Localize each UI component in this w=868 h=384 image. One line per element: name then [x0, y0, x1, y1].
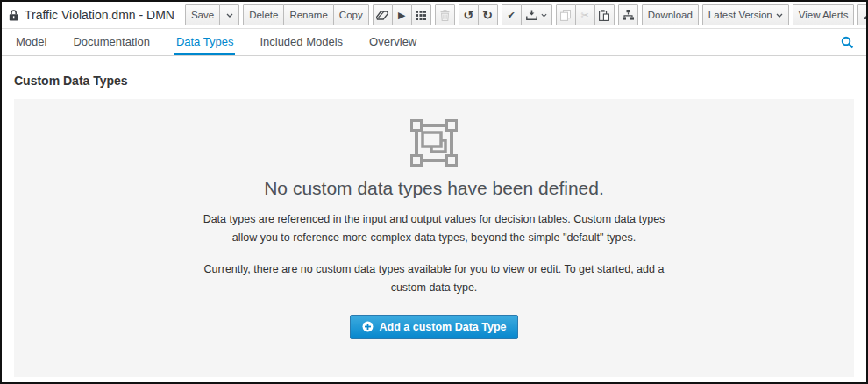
add-custom-data-type-label: Add a custom Data Type	[380, 321, 507, 333]
empty-state-panel: No custom data types have been defined. …	[14, 99, 854, 377]
top-toolbar: Traffic Violation.dmn - DMN Save Delete …	[2, 2, 866, 29]
app-window: Traffic Violation.dmn - DMN Save Delete …	[0, 0, 868, 384]
search-icon[interactable]	[841, 29, 854, 55]
download-button[interactable]: Download	[642, 4, 699, 25]
view-alerts-button[interactable]: View Alerts	[793, 4, 855, 25]
undo-redo-group: ↺ ↻	[459, 4, 498, 25]
grid-button[interactable]	[411, 4, 431, 25]
undo-icon: ↺	[463, 9, 473, 21]
eraser-button[interactable]	[373, 4, 393, 25]
save-split-button: Save	[185, 4, 239, 25]
add-custom-data-type-button[interactable]: Add a custom Data Type	[350, 315, 519, 339]
rename-button[interactable]: Rename	[283, 4, 333, 25]
caret-down-icon	[226, 13, 233, 18]
latest-version-label: Latest Version	[708, 10, 772, 20]
eraser-icon	[376, 11, 388, 20]
sitemap-icon	[623, 10, 634, 20]
tab-model[interactable]: Model	[14, 29, 48, 55]
page-title: Traffic Violation.dmn - DMN	[25, 8, 174, 22]
tab-overview[interactable]: Overview	[367, 29, 418, 55]
trash-button[interactable]	[435, 4, 455, 25]
validate-run-group: ▶	[373, 4, 431, 25]
redo-icon: ↻	[482, 9, 493, 21]
paste-icon	[599, 10, 609, 21]
save-dropdown-toggle[interactable]	[219, 4, 239, 25]
trash-icon	[440, 10, 450, 21]
export-button[interactable]	[521, 4, 552, 25]
empty-state-description-2: Currently, there are no custom data type…	[193, 260, 675, 296]
copy-pages-button[interactable]	[556, 4, 576, 25]
plus-circle-icon	[362, 321, 374, 332]
trash-group	[435, 4, 455, 25]
delete-button[interactable]: Delete	[243, 4, 284, 25]
data-types-page: Custom Data Types No custom data types h…	[2, 56, 866, 382]
empty-state-description-1: Data types are referenced in the input a…	[193, 210, 675, 246]
redo-button[interactable]: ↻	[478, 4, 498, 25]
editor-tabbar: Model Documentation Data Types Included …	[2, 29, 866, 56]
cut-icon: ✂	[581, 11, 589, 20]
tab-data-types[interactable]: Data Types	[174, 29, 236, 55]
validate-export-group: ✔	[502, 4, 552, 25]
latest-version-dropdown[interactable]: Latest Version	[702, 4, 789, 25]
caret-down-icon	[776, 13, 783, 18]
check-icon: ✔	[508, 11, 516, 20]
undo-button[interactable]: ↺	[459, 4, 479, 25]
copy-button[interactable]: Copy	[333, 4, 369, 25]
grid-icon	[416, 11, 426, 20]
expand-icon	[863, 11, 866, 20]
sitemap-button[interactable]	[618, 4, 638, 25]
paste-button[interactable]	[594, 4, 615, 25]
expand-button[interactable]	[857, 4, 866, 25]
export-icon	[526, 10, 537, 20]
lock-icon	[8, 9, 19, 22]
play-button[interactable]: ▶	[392, 4, 412, 25]
clipboard-group: ✂	[556, 4, 615, 25]
caret-down-icon	[541, 13, 547, 18]
copy-pages-icon	[560, 10, 571, 21]
cut-button[interactable]: ✂	[575, 4, 595, 25]
window-controls: View Alerts ✖	[793, 4, 866, 25]
tab-documentation[interactable]: Documentation	[71, 29, 151, 55]
section-heading: Custom Data Types	[14, 74, 854, 88]
edit-button-group: Delete Rename Copy	[243, 4, 369, 25]
play-icon: ▶	[398, 11, 405, 20]
object-group-icon	[409, 118, 459, 167]
tab-included-models[interactable]: Included Models	[258, 29, 345, 55]
validate-button[interactable]: ✔	[502, 4, 522, 25]
save-button[interactable]: Save	[185, 4, 220, 25]
sitemap-group	[618, 4, 638, 25]
empty-state-title: No custom data types have been defined.	[264, 178, 604, 199]
asset-title: Traffic Violation.dmn - DMN	[8, 8, 174, 22]
